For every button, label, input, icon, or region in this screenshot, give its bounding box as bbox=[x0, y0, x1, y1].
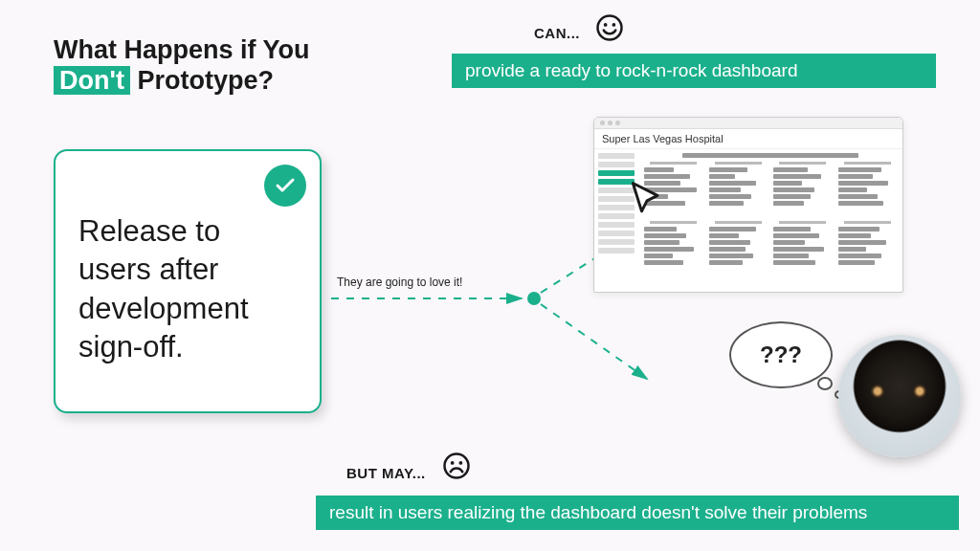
confused-user-avatar bbox=[838, 335, 961, 457]
branch-node bbox=[527, 292, 541, 305]
butmay-banner: result in users realizing the dashboard … bbox=[316, 496, 959, 530]
window-chrome bbox=[594, 118, 902, 129]
cursor-icon bbox=[626, 178, 668, 220]
dashboard-title: Super Las Vegas Hospital bbox=[594, 129, 902, 149]
dashboard-sidebar bbox=[594, 149, 638, 291]
check-icon bbox=[274, 174, 297, 197]
title-line2-rest: Prototype? bbox=[137, 66, 274, 95]
thought-bubble: ??? bbox=[729, 321, 844, 409]
title-highlight: Don't bbox=[54, 66, 130, 95]
svg-point-5 bbox=[612, 23, 616, 27]
svg-point-3 bbox=[598, 16, 622, 40]
dashboard-main bbox=[638, 149, 902, 291]
sad-face-icon bbox=[442, 452, 471, 480]
svg-point-8 bbox=[459, 461, 463, 465]
dashboard-body bbox=[594, 149, 902, 291]
svg-point-7 bbox=[451, 461, 455, 465]
butmay-label: BUT MAY... bbox=[346, 465, 426, 481]
card-text: Release to users after development sign-… bbox=[78, 212, 297, 366]
slide-title: What Happens if You Don't Prototype? bbox=[54, 34, 310, 97]
smiley-icon bbox=[595, 13, 624, 42]
check-badge bbox=[264, 165, 306, 207]
release-card: Release to users after development sign-… bbox=[54, 149, 322, 413]
svg-point-4 bbox=[604, 23, 608, 27]
thought-dot-icon bbox=[817, 377, 833, 390]
title-line1: What Happens if You bbox=[54, 35, 310, 64]
can-banner: provide a ready to rock-n-rock dashboard bbox=[452, 54, 936, 88]
thought-text: ??? bbox=[729, 321, 833, 388]
can-label: CAN... bbox=[534, 25, 580, 41]
svg-line-2 bbox=[541, 304, 647, 379]
connector-label: They are going to love it! bbox=[337, 276, 462, 289]
svg-point-6 bbox=[445, 454, 469, 478]
